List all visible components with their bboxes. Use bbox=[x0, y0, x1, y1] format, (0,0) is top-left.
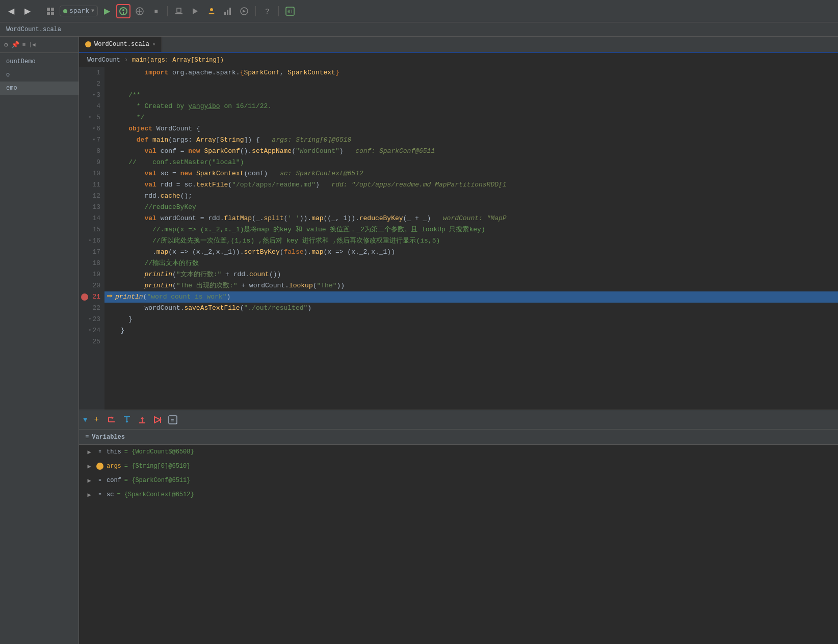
sdk-button[interactable]: 01 bbox=[283, 4, 297, 18]
sidebar-items-list: ountDemo o emo bbox=[0, 53, 78, 95]
ln-25: 25 bbox=[79, 336, 104, 347]
svg-rect-0 bbox=[47, 8, 50, 11]
sep1 bbox=[39, 6, 39, 16]
code-line-12: rdd.cache(); bbox=[104, 191, 838, 202]
debug-toolbar: ▼ + bbox=[79, 410, 838, 430]
tab-icon bbox=[85, 41, 91, 47]
profile-button[interactable] bbox=[204, 4, 219, 18]
svg-text:≡: ≡ bbox=[171, 417, 174, 423]
evaluate-button[interactable]: ≡ bbox=[167, 414, 179, 426]
ln-6: ▾6 bbox=[79, 123, 104, 135]
code-breadcrumb: WordCount › main(args: Array[String]) bbox=[79, 53, 838, 67]
ln-1: 1 bbox=[79, 67, 104, 78]
code-line-15: //.map(x => (x._2,x._1)是将map 的key 和 valu… bbox=[104, 224, 838, 235]
code-breadcrumb-sep: › bbox=[124, 57, 128, 64]
code-breadcrumb-class: WordCount bbox=[87, 57, 120, 64]
expand-this[interactable]: ▶ bbox=[85, 448, 93, 456]
code-line-21: ⮕ println("word count is work") bbox=[104, 291, 838, 303]
ln-17: 17 bbox=[79, 247, 104, 258]
run-config-name: spark bbox=[69, 7, 89, 15]
ln-19: 19 bbox=[79, 269, 104, 280]
ln-12: 12 bbox=[79, 191, 104, 202]
svg-marker-24 bbox=[141, 417, 144, 419]
svg-point-11 bbox=[210, 8, 213, 11]
expand-conf[interactable]: ▶ bbox=[85, 476, 93, 485]
var-icon-conf: ≡ bbox=[96, 477, 103, 484]
svg-marker-21 bbox=[125, 421, 128, 423]
active-tab[interactable]: WordCount.scala × bbox=[79, 37, 162, 52]
back-button[interactable]: ◀ bbox=[4, 4, 18, 18]
code-line-5: */ bbox=[104, 112, 838, 123]
svg-point-5 bbox=[122, 9, 124, 11]
variables-panel: ≡ Variables ▶ ≡ this = {WordCount$@6508}… bbox=[79, 430, 838, 644]
breadcrumb-file: WordCount.scala bbox=[6, 26, 61, 33]
svg-marker-26 bbox=[154, 417, 161, 423]
var-item-conf[interactable]: ▶ ≡ conf = {SparkConf@6511} bbox=[79, 473, 838, 488]
build-button[interactable] bbox=[43, 4, 58, 18]
code-line-6: object WordCount { bbox=[104, 123, 838, 135]
sidebar-item-1[interactable]: ountDemo bbox=[0, 55, 78, 68]
expand-sc[interactable]: ▶ bbox=[85, 491, 93, 499]
var-icon-this: ≡ bbox=[96, 448, 103, 455]
code-line-9: // conf.setMaster("local") bbox=[104, 157, 838, 168]
code-line-7: def main(args: Array[String]) { args: St… bbox=[104, 135, 838, 146]
svg-marker-10 bbox=[193, 8, 198, 14]
code-line-3: /** bbox=[104, 90, 838, 101]
sidebar-pin-icon[interactable]: 📌 bbox=[11, 41, 19, 49]
ln-22: 22 bbox=[79, 303, 104, 314]
run-button[interactable]: ▶ bbox=[100, 4, 114, 18]
variables-header: ≡ Variables bbox=[79, 430, 838, 445]
svg-rect-8 bbox=[175, 13, 182, 14]
code-line-17: .map(x => (x._2,x._1)).sortByKey(false).… bbox=[104, 247, 838, 258]
ln-18: 18 bbox=[79, 258, 104, 269]
run-config-selector[interactable]: spark ▼ bbox=[60, 6, 98, 16]
run-config-dropdown-icon: ▼ bbox=[91, 8, 94, 14]
sidebar-close-icon[interactable]: |◀ bbox=[29, 41, 35, 48]
build2-button[interactable] bbox=[172, 4, 186, 18]
filter-icon[interactable]: ▼ bbox=[83, 416, 87, 424]
main-toolbar: ◀ ▶ spark ▼ ▶ ■ bbox=[0, 0, 838, 22]
expand-args[interactable]: ▶ bbox=[85, 462, 93, 470]
help-button[interactable]: ? bbox=[260, 4, 274, 18]
coverage-button[interactable] bbox=[133, 4, 147, 18]
svg-rect-9 bbox=[177, 8, 181, 12]
code-line-14: val wordCount = rdd.flatMap(_.split(' ')… bbox=[104, 213, 838, 224]
ln-8: 8 bbox=[79, 146, 104, 157]
var-name-args: args bbox=[107, 463, 121, 470]
stop-button[interactable]: ■ bbox=[149, 4, 163, 18]
code-editor[interactable]: 1 2 ▾3 4 ⚬ 5 ▾6 ▾7 8 9 10 11 bbox=[79, 67, 838, 410]
var-icon-args bbox=[96, 463, 103, 470]
code-line-1: import org.apache.spark.{SparkConf, Spar… bbox=[104, 67, 838, 78]
sidebar-item-label-3: emo bbox=[6, 85, 17, 92]
gradle-button[interactable] bbox=[237, 4, 251, 18]
step-out-button[interactable] bbox=[136, 414, 148, 426]
add-watch-button[interactable]: + bbox=[90, 414, 102, 426]
run-to-cursor-button[interactable] bbox=[151, 414, 164, 426]
step-button[interactable] bbox=[188, 4, 202, 18]
code-content[interactable]: import org.apache.spark.{SparkConf, Spar… bbox=[104, 67, 838, 410]
code-line-8: val conf = new SparkConf().setAppName("W… bbox=[104, 146, 838, 157]
var-item-sc[interactable]: ▶ ≡ sc = {SparkContext@6512} bbox=[79, 488, 838, 502]
breakpoint-21 bbox=[81, 293, 88, 301]
var-item-args[interactable]: ▶ args = {String[0]@6510} bbox=[79, 459, 838, 473]
code-line-11: val rdd = sc.textFile("/opt/apps/readme.… bbox=[104, 179, 838, 191]
step-over-button[interactable] bbox=[106, 414, 118, 426]
svg-text:01: 01 bbox=[287, 9, 293, 14]
code-line-23: } bbox=[104, 314, 838, 325]
debug-button[interactable] bbox=[116, 4, 130, 18]
bottom-panel: ▼ + bbox=[79, 410, 838, 644]
file-breadcrumb-bar: WordCount.scala bbox=[0, 22, 838, 37]
sidebar-item-2[interactable]: o bbox=[0, 68, 78, 82]
svg-rect-13 bbox=[227, 10, 228, 15]
forward-button[interactable]: ▶ bbox=[20, 4, 35, 18]
step-into-button[interactable] bbox=[121, 414, 133, 426]
sidebar-arrow-icon[interactable]: ≡ bbox=[22, 42, 26, 48]
code-line-20: println("The 出现的次数:" + wordCount.lookup(… bbox=[104, 280, 838, 291]
tab-close-btn[interactable]: × bbox=[152, 42, 155, 47]
var-item-this[interactable]: ▶ ≡ this = {WordCount$@6508} bbox=[79, 445, 838, 459]
var-icon-sc: ≡ bbox=[96, 491, 103, 498]
sidebar-gear-icon[interactable]: ⚙ bbox=[4, 41, 8, 49]
ln-9: 9 bbox=[79, 157, 104, 168]
sidebar-item-3[interactable]: emo bbox=[0, 82, 78, 95]
analyze-button[interactable] bbox=[221, 4, 235, 18]
